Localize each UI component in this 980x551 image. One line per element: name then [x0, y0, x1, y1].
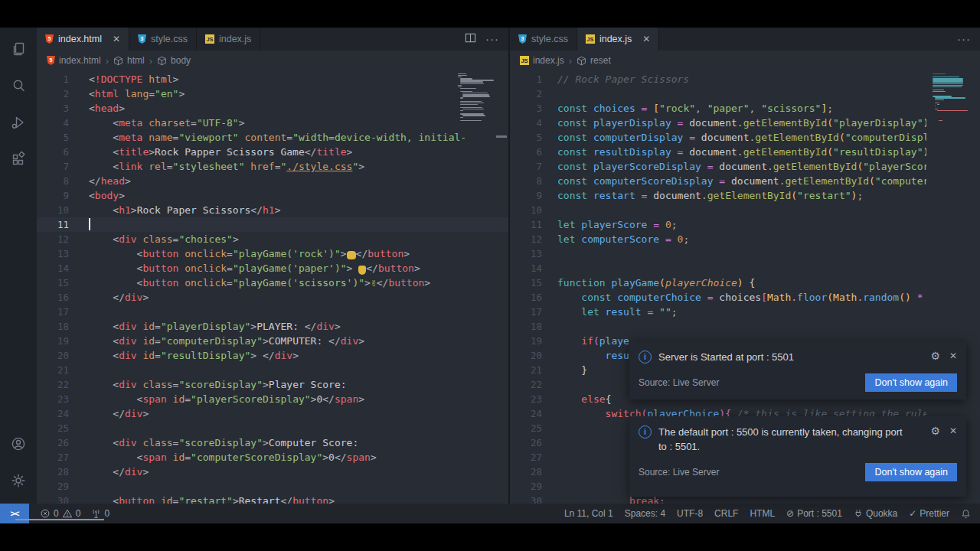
- files-icon[interactable]: [0, 32, 37, 66]
- line-number: 21: [510, 363, 542, 377]
- dont-show-again-button[interactable]: Don't show again: [865, 373, 957, 392]
- code-line[interactable]: 28 </div>: [37, 465, 508, 479]
- code-line[interactable]: 17: [37, 305, 508, 319]
- code-line[interactable]: 23 <span id="playerScoreDisplay">0</span…: [37, 392, 508, 406]
- dont-show-again-button[interactable]: Don't show again: [865, 463, 957, 481]
- code-line[interactable]: 9const restart = document.getElementById…: [510, 188, 980, 203]
- code-line[interactable]: 26 <div class="scoreDisplay">Computer Sc…: [37, 435, 508, 450]
- code-line[interactable]: 14 <button onclick="playGame('paper')"> …: [37, 261, 508, 276]
- code-line[interactable]: 22 <div class="scoreDisplay">Player Scor…: [37, 377, 508, 392]
- status-item-ln-11-col-1[interactable]: Ln 11, Col 1: [564, 508, 613, 519]
- code-line[interactable]: 30 <button id="restart">Restart</button>: [37, 494, 508, 504]
- code-line[interactable]: 16 const computerChoice = choices[Math.f…: [510, 290, 980, 305]
- breadcrumb-item[interactable]: html: [113, 55, 145, 66]
- close-icon[interactable]: ✕: [949, 425, 957, 436]
- notification-toast: i Server is Started at port : 5501 ⚙ ✕ S…: [629, 341, 966, 399]
- code-line[interactable]: 10 <h1>Rock Paper Scissors</h1>: [37, 203, 508, 217]
- close-icon[interactable]: ✕: [642, 34, 650, 44]
- status-item-spaces-4[interactable]: Spaces: 4: [625, 508, 665, 519]
- gear-icon[interactable]: ⚙: [930, 425, 940, 437]
- code-line[interactable]: 9<body>: [37, 188, 508, 203]
- search-icon[interactable]: [0, 69, 37, 103]
- gear-icon[interactable]: ⚙: [930, 350, 940, 362]
- code-line[interactable]: 6const resultDisplay = document.getEleme…: [510, 145, 980, 159]
- code-line[interactable]: 19 <div id="computerDisplay">COMPUTER: <…: [37, 334, 508, 348]
- code-line[interactable]: 7 <link rel="stylesheet" href="./style.c…: [37, 159, 508, 174]
- tab-style.css[interactable]: 3style.css: [129, 28, 197, 51]
- code-line[interactable]: 3const choices = ["rock", "paper", "scis…: [510, 101, 980, 116]
- breadcrumb-right[interactable]: JSindex.js›reset: [510, 51, 980, 70]
- close-icon[interactable]: ✕: [949, 350, 957, 361]
- code-line[interactable]: 2: [510, 86, 980, 101]
- tab-index.html[interactable]: 5index.html✕: [37, 28, 129, 51]
- code-line[interactable]: 13 <button onclick="playGame('rock')">✊<…: [37, 246, 508, 261]
- code-line[interactable]: 8const computerScoreDisplay = document.g…: [510, 174, 980, 188]
- code-line[interactable]: 12 <div class="choices">: [37, 232, 508, 246]
- account-icon[interactable]: [0, 427, 37, 461]
- code-line[interactable]: 10: [510, 203, 980, 217]
- code-line[interactable]: 18 <div id="playerDisplay">PLAYER: </div…: [37, 319, 508, 334]
- code-line[interactable]: 7const playerScoreDisplay = document.get…: [510, 159, 980, 174]
- more-icon[interactable]: ···: [485, 32, 499, 46]
- code-line[interactable]: 27 <span id="computerScoreDisplay">0</sp…: [37, 450, 508, 465]
- status-item-quokka[interactable]: Quokka: [854, 508, 897, 519]
- code-line[interactable]: 14: [510, 261, 980, 276]
- minimap-right[interactable]: [933, 73, 966, 122]
- code-line[interactable]: 5 <meta name="viewport" content="width=d…: [37, 130, 508, 145]
- status-item-prettier[interactable]: ✓Prettier: [909, 508, 949, 519]
- code-line[interactable]: 1// Rock Paper Scissors: [510, 72, 980, 86]
- code-line[interactable]: 5const computerDisplay = document.getEle…: [510, 130, 980, 145]
- extensions-icon[interactable]: [0, 142, 37, 176]
- code-line[interactable]: 20 <div id="resultDisplay"> </div>: [37, 348, 508, 363]
- close-icon[interactable]: ✕: [113, 34, 120, 44]
- line-text: [542, 261, 926, 276]
- code-line[interactable]: 16 </div>: [37, 290, 508, 305]
- code-line[interactable]: 25: [37, 421, 508, 435]
- status-item-bell[interactable]: [961, 509, 971, 519]
- status-item-utf-8[interactable]: UTF-8: [677, 508, 703, 519]
- check-icon: ✓: [909, 508, 916, 519]
- more-icon[interactable]: ···: [957, 32, 971, 46]
- minimap-left[interactable]: [458, 73, 502, 122]
- run-debug-icon[interactable]: [0, 106, 37, 139]
- breadcrumb-item[interactable]: JSindex.js: [520, 55, 564, 66]
- code-line[interactable]: 13: [510, 246, 980, 261]
- status-item-html[interactable]: HTML: [750, 508, 775, 519]
- editor-left[interactable]: 1<!DOCTYPE html>2<html lang="en">3<head>…: [37, 70, 508, 504]
- code-line[interactable]: 15function playGame(playerChoice) {: [510, 276, 980, 290]
- code-line[interactable]: 4 <meta charset="UTF-8">: [37, 116, 508, 130]
- code-line[interactable]: 17 let result = "";: [510, 305, 980, 319]
- status-item-port-5501[interactable]: ⊘Port : 5501: [786, 508, 842, 519]
- code-line[interactable]: 15 <button onclick="playGame('scissors')…: [37, 276, 508, 290]
- notification-title: The default port : 5500 is currently tak…: [658, 425, 911, 454]
- code-line[interactable]: 1<!DOCTYPE html>: [37, 72, 508, 86]
- line-number: 6: [510, 145, 542, 159]
- remote-indicator[interactable]: ><: [0, 504, 29, 523]
- tab-style.css[interactable]: 3style.css: [510, 28, 577, 51]
- breadcrumb-item[interactable]: body: [157, 55, 191, 66]
- tab-index.js[interactable]: JSindex.js✕: [577, 28, 659, 51]
- code-line[interactable]: 3<head>: [37, 101, 508, 116]
- code-line[interactable]: 11: [37, 217, 508, 232]
- code-line[interactable]: 18: [510, 319, 980, 334]
- code-line[interactable]: 11let playerScore = 0;: [510, 217, 980, 232]
- code-line[interactable]: 2<html lang="en">: [37, 86, 508, 101]
- split-icon[interactable]: [465, 32, 476, 47]
- breadcrumb-item[interactable]: 5index.html: [47, 55, 101, 66]
- breadcrumb-left[interactable]: 5index.html›html›body: [37, 51, 508, 70]
- problems-indicator[interactable]: 00: [40, 508, 80, 519]
- code-line[interactable]: 29: [37, 479, 508, 494]
- tab-index.js[interactable]: JSindex.js: [197, 28, 260, 51]
- line-text: <span id="playerScoreDisplay">0</span>: [69, 392, 508, 406]
- code-line[interactable]: 21: [37, 363, 508, 377]
- settings-icon[interactable]: [0, 464, 37, 497]
- code-line[interactable]: 6 <title>Rock Papper Scissors Game</titl…: [37, 145, 508, 159]
- code-line[interactable]: 12let computerScore = 0;: [510, 232, 980, 246]
- code-line[interactable]: 24 </div>: [37, 406, 508, 421]
- status-item-crlf[interactable]: CRLF: [714, 508, 738, 519]
- breadcrumb-item[interactable]: reset: [577, 55, 611, 66]
- line-number: 24: [510, 406, 542, 421]
- code-line[interactable]: 8</head>: [37, 174, 508, 188]
- code-line[interactable]: 4const playerDisplay = document.getEleme…: [510, 116, 980, 130]
- ports-indicator[interactable]: 0: [91, 508, 109, 519]
